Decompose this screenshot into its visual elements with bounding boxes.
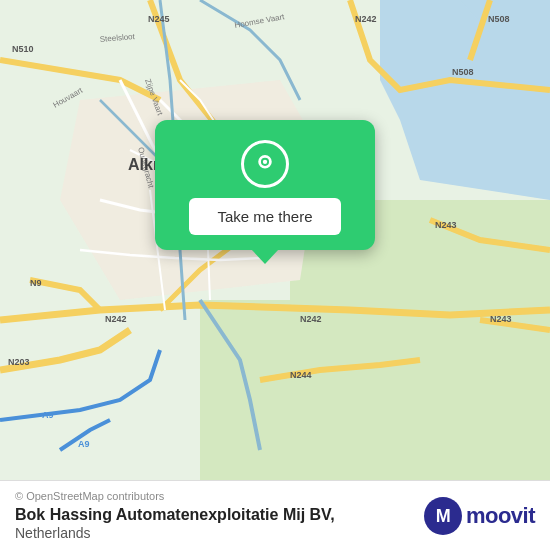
svg-text:N242: N242 [300, 314, 322, 324]
location-popup: Take me there [155, 120, 375, 250]
svg-text:N203: N203 [8, 357, 30, 367]
take-me-there-button[interactable]: Take me there [189, 198, 340, 235]
svg-text:N245: N245 [148, 14, 170, 24]
svg-text:N508: N508 [452, 67, 474, 77]
moovit-text: moovit [466, 503, 535, 529]
svg-point-26 [263, 160, 267, 164]
copyright-text: © OpenStreetMap contributors [15, 490, 335, 502]
svg-text:M: M [436, 506, 451, 526]
map-container: N510 N245 N242 N508 N508 N9 N242 N242 N2… [0, 0, 550, 480]
business-name: Bok Hassing Automatenexploitatie Mij BV, [15, 506, 335, 523]
svg-rect-4 [200, 300, 350, 480]
business-info: Bok Hassing Automatenexploitatie Mij BV,… [15, 506, 335, 542]
svg-text:N242: N242 [105, 314, 127, 324]
svg-text:A9: A9 [42, 410, 54, 420]
svg-text:N9: N9 [30, 278, 42, 288]
moovit-logo: M moovit [424, 497, 535, 535]
business-location: Netherlands [15, 525, 91, 541]
svg-text:N510: N510 [12, 44, 34, 54]
svg-text:N243: N243 [435, 220, 457, 230]
svg-text:N244: N244 [290, 370, 312, 380]
footer: © OpenStreetMap contributors Bok Hassing… [0, 480, 550, 550]
svg-text:N242: N242 [355, 14, 377, 24]
svg-text:A9: A9 [78, 439, 90, 449]
svg-text:N243: N243 [490, 314, 512, 324]
map-pin-icon [241, 140, 289, 188]
moovit-logo-icon: M [424, 497, 462, 535]
svg-text:N508: N508 [488, 14, 510, 24]
footer-info: © OpenStreetMap contributors Bok Hassing… [15, 490, 335, 542]
